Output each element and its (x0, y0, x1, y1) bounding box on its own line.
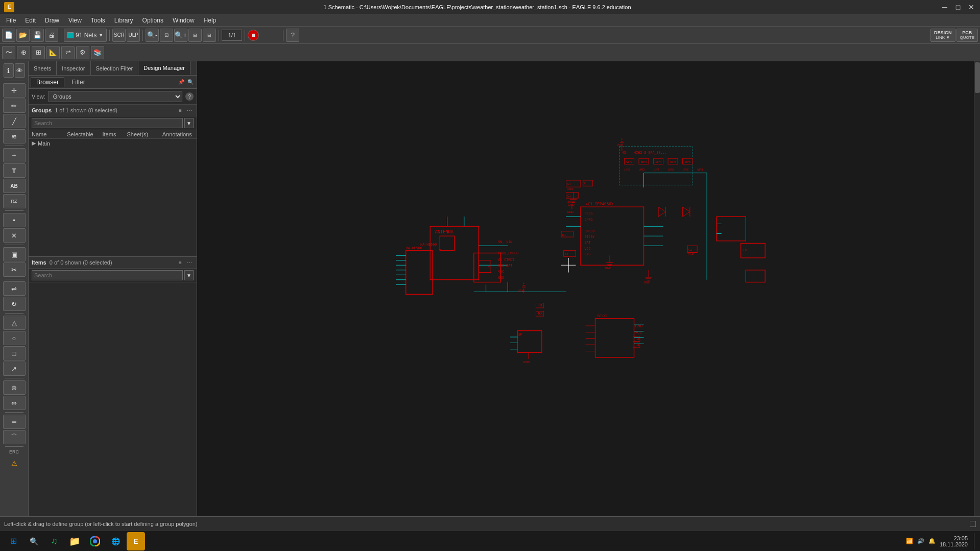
rect-tool[interactable]: □ (3, 346, 26, 361)
zoom-out-button[interactable]: 🔍- (146, 29, 159, 42)
show-desktop[interactable] (974, 533, 976, 549)
cut-tool[interactable]: ✂ (3, 262, 26, 277)
spotify-icon[interactable]: ♫ (45, 532, 63, 550)
tab-sheets[interactable]: Sheets (29, 61, 57, 75)
items-more-options[interactable]: ⋯ (185, 258, 194, 267)
menu-item-window[interactable]: Window (169, 16, 199, 25)
eye-button[interactable]: 👁 (15, 63, 25, 78)
menu-item-library[interactable]: Library (110, 16, 137, 25)
zoom-select-button[interactable]: ⊟ (203, 29, 216, 42)
net-tool[interactable]: ≋ (3, 129, 26, 143)
canvas-area[interactable]: 0.1 inch (12.0 3.7) ANTENNA HA-HE500 SN,… (197, 61, 974, 516)
info-button[interactable]: ℹ (4, 63, 14, 78)
list-view-button[interactable]: ≡ (176, 106, 184, 114)
pin-panel-button[interactable]: 📌 (177, 78, 185, 86)
add-part-tool[interactable]: ＋ (3, 148, 26, 162)
wire2-tool[interactable]: ━ (3, 415, 26, 429)
move-tool[interactable]: ✛ (3, 83, 26, 98)
app-icon: E (4, 2, 14, 12)
warning-icon[interactable]: ⚠ (3, 456, 26, 470)
erc-label[interactable]: ERC (7, 449, 21, 455)
lbr-manager[interactable]: 📚 (91, 46, 104, 59)
circle-tool[interactable]: ○ (3, 331, 26, 345)
save-button[interactable]: 💾 (31, 29, 44, 42)
menu-item-tools[interactable]: Tools (87, 16, 109, 25)
menu-item-view[interactable]: View (64, 16, 86, 25)
search-icon[interactable]: 🔍 (186, 78, 195, 86)
text-tool[interactable]: T (3, 163, 26, 178)
polygon-tool[interactable]: △ (3, 316, 26, 330)
zoom-in-button[interactable]: 🔍+ (174, 29, 187, 42)
arc-tool[interactable]: ⌒ (3, 430, 26, 444)
menu-item-edit[interactable]: Edit (21, 16, 40, 25)
junction-tool[interactable]: • (3, 213, 26, 227)
files-icon[interactable]: 📁 (65, 532, 84, 550)
right-scrollbar[interactable] (974, 61, 980, 516)
no-connect-tool[interactable]: ✕ (3, 228, 26, 243)
filter-tab[interactable]: Filter (66, 78, 90, 87)
new-button[interactable]: 📄 (2, 29, 15, 42)
items-search-input[interactable] (32, 270, 183, 280)
zoom-100-button[interactable]: ⊡ (160, 29, 173, 42)
close-button[interactable]: ✕ (967, 3, 976, 12)
print-button[interactable]: 🖨 (45, 29, 58, 42)
tab-design-manager[interactable]: Design Manager (138, 61, 190, 75)
chrome-icon[interactable] (86, 532, 104, 550)
mirror-tool[interactable]: ⇌ (61, 46, 75, 59)
layer-dropdown-icon[interactable]: ▼ (99, 33, 103, 38)
minimize-button[interactable]: ─ (940, 3, 949, 12)
layer-select[interactable]: 91 Nets ▼ (64, 29, 107, 42)
group-row-main[interactable]: ▶ Main (29, 139, 197, 148)
menu-item-help[interactable]: Help (200, 16, 221, 25)
mirror2-tool[interactable]: ⇔ (3, 396, 26, 410)
tab-inspector[interactable]: Inspector (57, 61, 90, 75)
arrow-tool[interactable]: ↗ (3, 362, 26, 376)
view-select[interactable]: Groups Parts Nets Buses (49, 91, 182, 102)
svg-text:CHRG: CHRG (585, 218, 593, 222)
rotate-btn[interactable]: ↻ (3, 297, 26, 311)
value-tool[interactable]: RZ (3, 194, 26, 208)
zoom-area-tool[interactable]: ⊕ (17, 46, 30, 59)
notifications-icon[interactable]: 🔔 (928, 538, 936, 544)
grid-tool[interactable]: ⊞ (32, 46, 45, 59)
tree-arrow-main: ▶ (32, 140, 36, 147)
design-link-button[interactable]: DESIGN LINK ▼ (930, 29, 955, 42)
wire-tool[interactable]: 〜 (2, 46, 15, 59)
mirror-btn[interactable]: ⇌ (3, 281, 26, 296)
maximize-button[interactable]: □ (953, 3, 963, 12)
help-button[interactable]: ? (286, 29, 299, 42)
schematic-canvas[interactable]: ANTENNA HA-HE500 SN, VIN PROD,CMROD CE C… (197, 61, 974, 498)
browser-tab[interactable]: Browser (31, 77, 64, 87)
line-tool[interactable]: ╱ (3, 114, 26, 128)
browser2-taskbar[interactable]: 🌐 (106, 532, 125, 550)
script-button[interactable]: SCR (112, 29, 126, 42)
more-options-button[interactable]: ⋯ (185, 106, 194, 114)
zoom-input[interactable] (222, 30, 242, 41)
items-list-view[interactable]: ≡ (176, 258, 184, 267)
groups-search-dropdown[interactable]: ▼ (184, 118, 194, 128)
pcb-quote-button[interactable]: PCB QUOTE (957, 29, 978, 42)
items-search-dropdown[interactable]: ▼ (184, 270, 194, 280)
measure-tool[interactable]: 📐 (46, 46, 60, 59)
menu-item-options[interactable]: Options (138, 16, 168, 25)
search-taskbar[interactable]: 🔍 (25, 532, 43, 550)
ab-tool[interactable]: AB (3, 179, 26, 193)
svg-text:UR3: UR3 (639, 168, 644, 171)
start-button[interactable]: ⊞ (4, 532, 22, 550)
sep6 (283, 30, 283, 41)
drc-tool[interactable]: ⚙ (76, 46, 89, 59)
tab-selection-filter[interactable]: Selection Filter (91, 61, 139, 75)
ulp-button[interactable]: ULP (127, 29, 140, 42)
view-help-button[interactable]: ? (185, 92, 194, 101)
stop-button[interactable]: ■ (248, 30, 259, 41)
groups-search-input[interactable] (32, 118, 183, 128)
scrollbar-thumb[interactable] (975, 62, 980, 93)
edit-tool[interactable]: ✏ (3, 99, 26, 113)
open-button[interactable]: 📂 (16, 29, 30, 42)
menu-item-file[interactable]: File (2, 16, 20, 25)
eagle-taskbar[interactable]: E (127, 532, 145, 550)
group-tool[interactable]: ▣ (3, 247, 26, 261)
zoom-fit-button[interactable]: ⊞ (188, 29, 202, 42)
menu-item-draw[interactable]: Draw (41, 16, 63, 25)
smash-tool[interactable]: ⊛ (3, 380, 26, 395)
